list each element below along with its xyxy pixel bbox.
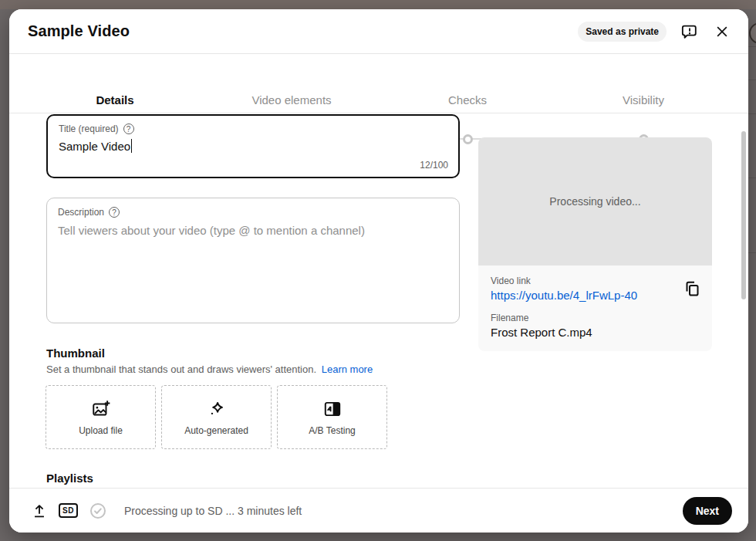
filename-label: Filename: [491, 313, 700, 323]
thumbnail-subtitle-text: Set a thumbnail that stands out and draw…: [46, 363, 316, 375]
upload-progress-icon: [31, 502, 48, 519]
header-actions: Saved as private: [578, 22, 731, 42]
close-button[interactable]: [713, 22, 731, 41]
description-placeholder: Tell viewers about your video (type @ to…: [58, 224, 448, 237]
dialog-title: Sample Video: [28, 22, 130, 40]
help-button[interactable]: ?: [749, 22, 756, 44]
thumbnail-option-label: Auto-generated: [184, 425, 248, 436]
sd-quality-badge: SD: [59, 503, 78, 518]
feedback-button[interactable]: [680, 22, 699, 41]
saved-status-badge: Saved as private: [578, 22, 667, 42]
title-field-value-row: Sample Video: [59, 139, 447, 153]
step-dot-checks[interactable]: [463, 134, 473, 144]
sparkle-icon: [207, 399, 227, 419]
description-field-label: Description: [58, 207, 104, 218]
tab-visibility[interactable]: Visibility: [623, 93, 664, 113]
tab-video-elements[interactable]: Video elements: [251, 93, 331, 113]
upload-image-icon: [91, 399, 111, 419]
processing-text: Processing video...: [549, 195, 640, 208]
scrollbar-thumb[interactable]: [741, 131, 746, 299]
checks-pending-icon: [89, 502, 107, 520]
copy-link-button[interactable]: [683, 279, 701, 298]
title-input[interactable]: Title (required) ? Sample Video 12/100: [46, 114, 460, 178]
playlists-heading: Playlists: [46, 472, 93, 485]
thumbnail-subtitle: Set a thumbnail that stands out and draw…: [46, 363, 373, 375]
thumbnail-upload-file-button[interactable]: Upload file: [46, 385, 156, 449]
video-preview-card: Processing video... Video link https://y…: [478, 137, 712, 351]
background-scrim-top: [0, 0, 756, 9]
tab-details[interactable]: Details: [96, 93, 133, 113]
copy-icon: [683, 279, 701, 298]
title-help-icon[interactable]: ?: [123, 123, 134, 134]
description-input[interactable]: Description ? Tell viewers about your vi…: [46, 198, 460, 323]
upload-dialog: Sample Video Saved as private Details Vi…: [9, 9, 748, 533]
video-info-panel: Video link https://youtu.be/4_lrFwLp-40 …: [478, 265, 712, 351]
title-field-label-row: Title (required) ?: [59, 123, 447, 134]
close-icon: [714, 24, 730, 39]
ab-testing-icon: [322, 399, 343, 419]
thumbnail-auto-generated-button[interactable]: Auto-generated: [161, 385, 272, 449]
feedback-icon: [681, 23, 698, 40]
title-field-label: Title (required): [59, 123, 119, 134]
video-link[interactable]: https://youtu.be/4_lrFwLp-40: [491, 289, 637, 302]
description-field-label-row: Description ?: [58, 207, 448, 218]
title-char-counter: 12/100: [420, 160, 448, 171]
processing-status-text: Processing up to SD ... 3 minutes left: [124, 505, 302, 517]
tab-checks[interactable]: Checks: [448, 93, 487, 113]
description-help-icon[interactable]: ?: [109, 207, 120, 218]
learn-more-link[interactable]: Learn more: [322, 363, 373, 375]
title-field-value: Sample Video: [59, 140, 130, 153]
dialog-header: Sample Video Saved as private: [9, 9, 748, 54]
thumbnail-heading: Thumbnail: [46, 347, 105, 360]
video-link-label: Video link: [491, 276, 700, 286]
text-cursor: [131, 139, 132, 153]
thumbnail-option-label: Upload file: [79, 425, 123, 436]
thumbnail-option-label: A/B Testing: [309, 425, 355, 436]
video-preview-area: Processing video...: [478, 137, 712, 265]
progress-stepper: Details Video elements Checks Visibility: [9, 54, 748, 113]
next-button[interactable]: Next: [683, 497, 732, 525]
thumbnail-ab-testing-button[interactable]: A/B Testing: [277, 385, 387, 449]
filename-value: Frost Report C.mp4: [491, 326, 700, 339]
dialog-footer: SD Processing up to SD ... 3 minutes lef…: [9, 488, 748, 533]
